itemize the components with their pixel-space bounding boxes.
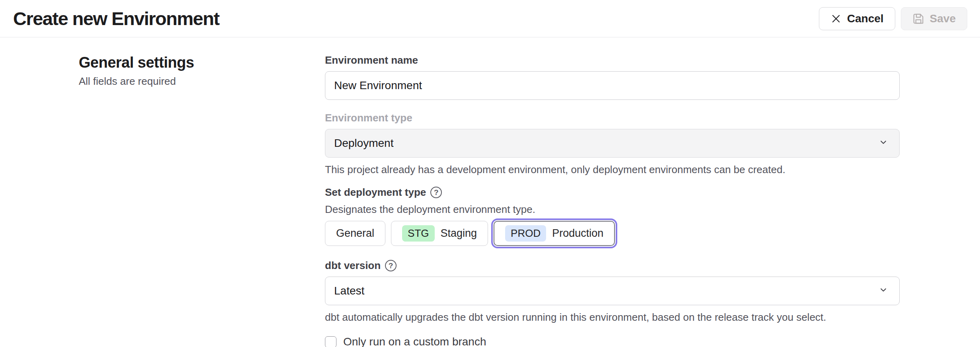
close-icon (830, 13, 842, 24)
custom-branch-checkbox[interactable] (325, 336, 336, 347)
chevron-down-icon (878, 284, 889, 298)
chevron-down-icon (878, 136, 889, 150)
custom-branch-row[interactable]: Only run on a custom branch (325, 335, 900, 347)
production-badge: PROD (505, 225, 546, 242)
environment-type-helper: This project already has a development e… (325, 164, 900, 176)
dbt-version-label-text: dbt version (325, 259, 381, 272)
cancel-button[interactable]: Cancel (819, 7, 895, 30)
page-header: Create new Environment Cancel Save (0, 0, 980, 37)
deployment-type-option-label: Production (552, 227, 603, 240)
environment-type-label: Environment type (325, 112, 900, 124)
deployment-type-label-text: Set deployment type (325, 186, 426, 199)
environment-type-field: Environment type Deployment This project… (325, 112, 900, 176)
environment-name-label: Environment name (325, 54, 900, 66)
staging-badge: STG (402, 225, 434, 242)
deployment-type-option-staging[interactable]: STG Staging (391, 221, 488, 246)
environment-type-value: Deployment (334, 137, 393, 150)
save-icon (912, 13, 924, 25)
dbt-version-field: dbt version ? Latest dbt automatically u… (325, 259, 900, 324)
dbt-version-helper: dbt automatically upgrades the dbt versi… (325, 311, 900, 324)
deployment-type-field: Set deployment type ? Designates the dep… (325, 186, 900, 246)
dbt-version-value: Latest (334, 285, 364, 297)
environment-form: Environment name Environment type Deploy… (325, 54, 900, 347)
deployment-type-option-label: Staging (441, 227, 477, 240)
main-content: General settings All fields are required… (0, 37, 980, 347)
deployment-type-option-label: General (336, 227, 374, 240)
dbt-version-select[interactable]: Latest (325, 277, 900, 305)
environment-name-input[interactable] (325, 71, 900, 100)
save-button-label: Save (930, 12, 956, 25)
deployment-type-option-general[interactable]: General (325, 221, 385, 246)
deployment-type-label: Set deployment type ? (325, 186, 900, 199)
settings-summary: General settings All fields are required (79, 54, 246, 347)
save-button[interactable]: Save (901, 7, 967, 30)
dbt-version-label: dbt version ? (325, 259, 900, 272)
section-heading: General settings (79, 54, 246, 71)
deployment-type-option-production[interactable]: PROD Production (494, 221, 615, 246)
custom-branch-label: Only run on a custom branch (343, 335, 486, 347)
environment-name-field: Environment name (325, 54, 900, 100)
deployment-type-helper: Designates the deployment environment ty… (325, 203, 900, 216)
page-title: Create new Environment (13, 8, 219, 29)
deployment-type-options: General STG Staging PROD Production (325, 221, 900, 246)
section-subheading: All fields are required (79, 75, 246, 88)
help-icon[interactable]: ? (430, 187, 442, 198)
cancel-button-label: Cancel (847, 12, 884, 25)
environment-type-select: Deployment (325, 129, 900, 158)
help-icon[interactable]: ? (385, 260, 397, 271)
header-actions: Cancel Save (819, 7, 967, 30)
